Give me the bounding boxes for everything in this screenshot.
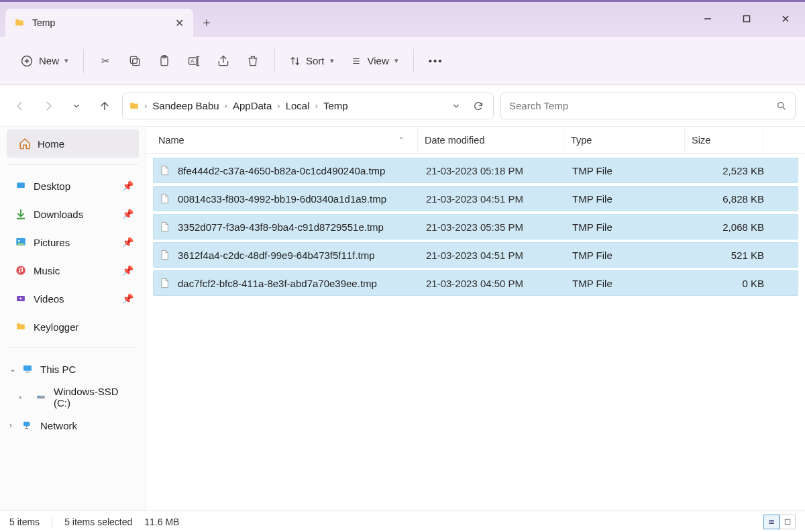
sidebar-item-videos[interactable]: Videos 📌 bbox=[3, 284, 143, 313]
rename-button[interactable]: A bbox=[180, 49, 207, 73]
sort-indicator-icon: ⌃ bbox=[398, 136, 404, 144]
column-type-label: Type bbox=[571, 135, 592, 146]
share-button[interactable] bbox=[210, 49, 237, 73]
table-row[interactable]: 8fe444d2-c37a-4650-b82a-0c1cd490240a.tmp… bbox=[153, 158, 798, 183]
sidebar-network[interactable]: › Network bbox=[3, 411, 143, 439]
paste-icon bbox=[158, 54, 171, 68]
column-header-size[interactable]: Size bbox=[684, 127, 763, 153]
sidebar-this-pc[interactable]: ⌄ This PC bbox=[3, 355, 143, 383]
breadcrumb-item[interactable]: Local bbox=[284, 99, 311, 113]
search-icon bbox=[776, 101, 787, 111]
column-header-date[interactable]: Date modified bbox=[417, 127, 564, 153]
separator bbox=[83, 49, 84, 73]
details-view-button[interactable] bbox=[763, 515, 780, 529]
svg-rect-18 bbox=[25, 372, 29, 372]
new-label: New bbox=[39, 55, 59, 66]
chevron-down-icon: ▾ bbox=[394, 56, 398, 65]
view-label: View bbox=[368, 55, 389, 66]
search-input[interactable] bbox=[509, 100, 776, 111]
thumbnails-view-button[interactable] bbox=[780, 515, 796, 529]
close-window-button[interactable] bbox=[766, 2, 805, 36]
column-header-name[interactable]: Name ⌃ bbox=[158, 135, 417, 146]
sidebar-item-keylogger[interactable]: Keylogger bbox=[3, 313, 143, 341]
forward-button[interactable] bbox=[38, 95, 59, 117]
table-row[interactable]: dac7fcf2-bfc8-411a-8e3f-abd7a70e39ee.tmp… bbox=[153, 270, 798, 296]
sidebar-item-desktop[interactable]: Desktop 📌 bbox=[3, 172, 143, 200]
desktop-icon bbox=[15, 180, 27, 192]
column-header-type[interactable]: Type bbox=[564, 127, 684, 153]
window-tab[interactable]: Temp ✕ bbox=[5, 9, 193, 37]
close-tab-button[interactable]: ✕ bbox=[173, 17, 185, 29]
sidebar-drive-label: Windows-SSD (C:) bbox=[54, 386, 136, 409]
sidebar-item-pictures[interactable]: Pictures 📌 bbox=[3, 228, 143, 256]
minimize-button[interactable] bbox=[688, 2, 727, 36]
pictures-icon bbox=[15, 236, 27, 248]
sidebar-item-label: Downloads bbox=[34, 209, 83, 220]
file-icon bbox=[159, 164, 171, 176]
sidebar-item-downloads[interactable]: Downloads 📌 bbox=[3, 200, 143, 228]
file-pane: Name ⌃ Date modified Type Size 8fe444d2-… bbox=[146, 127, 805, 511]
back-button[interactable] bbox=[9, 95, 31, 117]
chevron-right-icon: › bbox=[315, 101, 318, 111]
sidebar-item-label: Keylogger bbox=[34, 321, 79, 333]
body: Home Desktop 📌 Downloads 📌 Pictures 📌 Mu… bbox=[0, 127, 805, 511]
grid-icon bbox=[784, 519, 792, 525]
delete-button[interactable] bbox=[239, 49, 266, 73]
pin-icon: 📌 bbox=[122, 293, 133, 304]
breadcrumb-item[interactable]: Sandeep Babu bbox=[151, 99, 220, 113]
column-date-label: Date modified bbox=[425, 135, 484, 146]
sidebar-drive-c[interactable]: › Windows-SSD (C:) bbox=[3, 383, 143, 411]
file-type: TMP File bbox=[572, 221, 693, 233]
file-type: TMP File bbox=[572, 193, 693, 205]
file-name: 3612f4a4-c2dc-48df-99e9-64b473f5f11f.tmp bbox=[178, 250, 426, 261]
refresh-button[interactable] bbox=[469, 101, 488, 111]
breadcrumb-item[interactable]: Temp bbox=[322, 99, 350, 113]
address-dropdown-button[interactable] bbox=[447, 101, 465, 111]
drive-icon bbox=[35, 391, 47, 403]
recent-button[interactable] bbox=[66, 95, 87, 117]
sidebar-home[interactable]: Home bbox=[7, 129, 139, 158]
file-name: 8fe444d2-c37a-4650-b82a-0c1cd490240a.tmp bbox=[178, 165, 426, 176]
table-row[interactable]: 00814c33-f803-4992-bb19-6d0340a1d1a9.tmp… bbox=[153, 186, 798, 211]
titlebar: Temp ✕ bbox=[0, 0, 805, 37]
file-size: 2,523 KB bbox=[693, 165, 767, 176]
pc-icon bbox=[21, 363, 34, 375]
sort-label: Sort bbox=[306, 55, 325, 66]
copy-button[interactable] bbox=[121, 49, 148, 73]
table-row[interactable]: 3612f4a4-c2dc-48df-99e9-64b473f5f11f.tmp… bbox=[153, 242, 798, 268]
overflow-button[interactable]: ••• bbox=[422, 50, 450, 72]
search-box[interactable] bbox=[500, 93, 796, 119]
copy-icon bbox=[128, 54, 142, 68]
breadcrumb-item[interactable]: AppData bbox=[231, 99, 273, 113]
svg-point-9 bbox=[778, 102, 784, 107]
svg-rect-17 bbox=[23, 366, 32, 371]
svg-rect-21 bbox=[23, 422, 30, 427]
file-name: 00814c33-f803-4992-bb19-6d0340a1d1a9.tmp bbox=[178, 193, 426, 205]
list-icon bbox=[767, 519, 775, 525]
sidebar-item-music[interactable]: Music 📌 bbox=[3, 256, 143, 284]
table-row[interactable]: 3352d077-f3a9-43f8-9ba4-c91d8729551e.tmp… bbox=[153, 214, 798, 240]
view-button[interactable]: View ▾ bbox=[343, 50, 405, 72]
pin-icon: 📌 bbox=[122, 209, 133, 219]
file-date: 21-03-2023 04:50 PM bbox=[426, 278, 572, 289]
file-type: TMP File bbox=[572, 250, 693, 261]
file-icon bbox=[159, 221, 171, 233]
svg-text:A: A bbox=[191, 58, 195, 64]
maximize-icon bbox=[743, 15, 751, 23]
new-tab-button[interactable] bbox=[193, 9, 220, 37]
address-bar[interactable]: › Sandeep Babu › AppData › Local › Temp bbox=[122, 93, 494, 119]
pin-icon: 📌 bbox=[122, 180, 133, 191]
separator bbox=[413, 49, 414, 73]
arrow-right-icon bbox=[42, 100, 54, 112]
file-date: 21-03-2023 04:51 PM bbox=[426, 193, 572, 205]
status-selected: 5 items selected bbox=[64, 517, 132, 527]
paste-button[interactable] bbox=[151, 49, 178, 73]
maximize-button[interactable] bbox=[727, 2, 766, 36]
new-button[interactable]: New ▾ bbox=[13, 49, 75, 73]
up-button[interactable] bbox=[94, 95, 115, 117]
cut-button[interactable]: ✂ bbox=[92, 49, 119, 73]
svg-point-14 bbox=[19, 271, 20, 272]
sort-button[interactable]: Sort ▾ bbox=[283, 50, 341, 72]
file-date: 21-03-2023 05:35 PM bbox=[426, 221, 572, 233]
file-rows: 8fe444d2-c37a-4650-b82a-0c1cd490240a.tmp… bbox=[146, 154, 805, 299]
